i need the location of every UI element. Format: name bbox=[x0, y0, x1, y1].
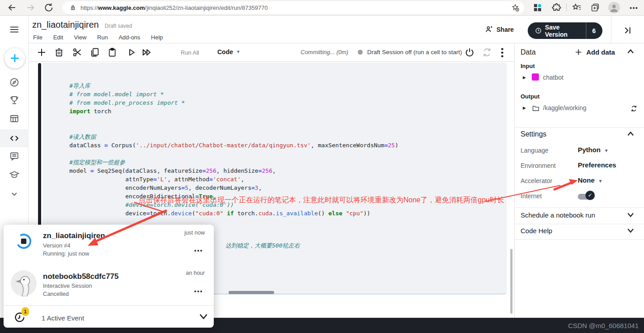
output-label: Output bbox=[521, 93, 540, 100]
favorites-icon[interactable] bbox=[572, 2, 582, 13]
version-title[interactable]: zn_liaotainjiqiren bbox=[43, 231, 105, 240]
session-time: an hour bbox=[186, 270, 205, 276]
header-right-divider bbox=[611, 16, 611, 43]
panel-divider bbox=[515, 207, 644, 208]
browser-profile-avatar[interactable] bbox=[608, 2, 620, 13]
chatbot-dataset-icon bbox=[532, 73, 539, 81]
menu-file[interactable]: File bbox=[33, 34, 42, 41]
session-type: Interactive Session bbox=[43, 282, 92, 289]
sidebar-item-code-icon[interactable] bbox=[9, 133, 20, 144]
vertical-scrollbar[interactable] bbox=[510, 249, 513, 314]
sidebar-more-icon[interactable] bbox=[9, 188, 20, 199]
internet-label: Internet bbox=[521, 192, 542, 200]
power-icon[interactable] bbox=[464, 47, 475, 58]
refresh-output-icon[interactable] bbox=[630, 105, 638, 112]
menu-view[interactable]: View bbox=[74, 34, 86, 41]
input-dataset-chatbot[interactable]: chatbot bbox=[543, 74, 564, 81]
menu-run[interactable]: Run bbox=[97, 34, 108, 41]
chevron-down-icon: ▾ bbox=[237, 49, 240, 55]
add-data-button[interactable]: Add data bbox=[574, 48, 615, 56]
collapse-panel-icon[interactable] bbox=[623, 25, 633, 36]
session-status: Draft Session off (run a cell to start) bbox=[367, 49, 462, 56]
copy-icon[interactable] bbox=[89, 47, 100, 58]
accelerator-dropdown[interactable]: None▼ bbox=[578, 176, 602, 184]
data-collapse-icon[interactable] bbox=[627, 49, 634, 54]
settings-collapse-icon[interactable] bbox=[627, 132, 634, 136]
panel-divider bbox=[515, 127, 644, 128]
share-label: Share bbox=[496, 26, 514, 33]
stop-icon bbox=[21, 239, 26, 244]
share-button[interactable]: Share bbox=[485, 25, 514, 34]
forward-icon[interactable] bbox=[25, 2, 36, 13]
horizontal-scrollbar[interactable] bbox=[229, 291, 274, 294]
url-text: https://www.kaggle.com/jinqiaoli252/zn-l… bbox=[80, 4, 511, 11]
environment-preferences-link[interactable]: Preferences bbox=[578, 161, 616, 169]
share-person-icon bbox=[485, 25, 493, 34]
extensions-icon[interactable] bbox=[551, 2, 562, 13]
watermark: CSDN @m0_60681041 bbox=[568, 322, 639, 329]
input-label: Input bbox=[521, 63, 535, 69]
apps-grid-icon[interactable] bbox=[532, 2, 543, 13]
schedule-expand-icon[interactable] bbox=[627, 213, 634, 217]
session-title[interactable]: notebookb58cdfc775 bbox=[43, 272, 119, 281]
cut-icon[interactable] bbox=[72, 47, 83, 58]
event-count-badge: 1 bbox=[21, 307, 29, 316]
restart-session-icon[interactable] bbox=[482, 47, 492, 58]
accelerator-value: None bbox=[578, 176, 595, 184]
collections-icon[interactable] bbox=[590, 2, 601, 13]
delete-cell-icon[interactable] bbox=[54, 47, 64, 58]
popup-collapse-icon[interactable] bbox=[199, 314, 208, 319]
menu-help[interactable]: Help bbox=[151, 34, 163, 41]
goose-avatar bbox=[11, 270, 37, 296]
menu-edit[interactable]: Edit bbox=[53, 34, 63, 41]
add-favorite-icon[interactable] bbox=[511, 3, 520, 12]
sidebar-item-learn-icon[interactable] bbox=[9, 169, 20, 180]
run-cell-icon[interactable] bbox=[126, 47, 137, 58]
expand-chatbot-icon[interactable]: ▶ bbox=[523, 75, 526, 80]
sidebar-item-competitions-icon[interactable] bbox=[9, 95, 20, 106]
version-kebab-icon[interactable]: ••• bbox=[194, 247, 203, 254]
toolbar-kebab-icon[interactable]: ••• bbox=[501, 47, 504, 58]
output-working-dir[interactable]: /kaggle/working bbox=[543, 104, 586, 111]
environment-label: Environment bbox=[521, 162, 556, 169]
language-value: Python bbox=[578, 146, 601, 154]
run-all-label[interactable]: Run All bbox=[181, 49, 199, 56]
sidebar-item-datasets-icon[interactable] bbox=[9, 113, 20, 124]
menu-bar: File Edit View Run Add-ons Help bbox=[33, 34, 163, 41]
browser-toolbar: https://www.kaggle.com/jinqiaoli252/zn-l… bbox=[0, 0, 644, 16]
browser-menu-icon[interactable]: ••• bbox=[630, 4, 638, 12]
version-count[interactable]: 6 bbox=[586, 27, 602, 34]
create-button[interactable] bbox=[4, 48, 25, 68]
version-number: Version #4 bbox=[43, 242, 70, 249]
url-bar[interactable]: https://www.kaggle.com/jinqiaoli252/zn-l… bbox=[63, 1, 524, 14]
sidebar-item-discussions-icon[interactable] bbox=[9, 151, 20, 162]
settings-title: Settings bbox=[521, 130, 547, 138]
back-icon[interactable] bbox=[7, 2, 17, 13]
sidebar-item-home-icon[interactable] bbox=[9, 77, 20, 88]
hamburger-menu-icon[interactable] bbox=[9, 24, 20, 35]
add-cell-icon[interactable] bbox=[36, 47, 47, 58]
code-comment-line: 达到稳定，大概要500轮左右 bbox=[225, 242, 300, 250]
add-data-label: Add data bbox=[586, 48, 615, 56]
internet-toggle-knob[interactable]: ✓ bbox=[585, 191, 595, 200]
popup-divider bbox=[4, 305, 214, 306]
lock-icon bbox=[69, 4, 77, 12]
refresh-icon[interactable] bbox=[43, 2, 54, 13]
paste-icon[interactable] bbox=[107, 47, 118, 58]
run-all-icon[interactable] bbox=[141, 47, 152, 58]
notebook-title[interactable]: zn_liaotainjiqiren bbox=[32, 20, 99, 30]
chevron-down-icon: ▼ bbox=[604, 148, 609, 153]
menu-addons[interactable]: Add-ons bbox=[119, 34, 140, 41]
chevron-down-icon: ▼ bbox=[598, 179, 603, 184]
session-kebab-icon[interactable]: ••• bbox=[194, 288, 203, 295]
accelerator-label: Accelerator bbox=[521, 177, 552, 184]
code-help-section[interactable]: Code Help bbox=[521, 227, 552, 235]
code-help-expand-icon[interactable] bbox=[627, 228, 634, 233]
language-dropdown[interactable]: Python▼ bbox=[578, 146, 609, 154]
cell-type-dropdown[interactable]: Code bbox=[217, 48, 233, 56]
draft-status: Draft saved bbox=[105, 23, 132, 29]
save-version-button[interactable]: Save Version 6 bbox=[528, 22, 602, 39]
version-status: Running: just now bbox=[43, 250, 89, 257]
expand-working-icon[interactable]: ▶ bbox=[523, 106, 526, 110]
schedule-run-section[interactable]: Schedule a notebook run bbox=[521, 211, 595, 219]
